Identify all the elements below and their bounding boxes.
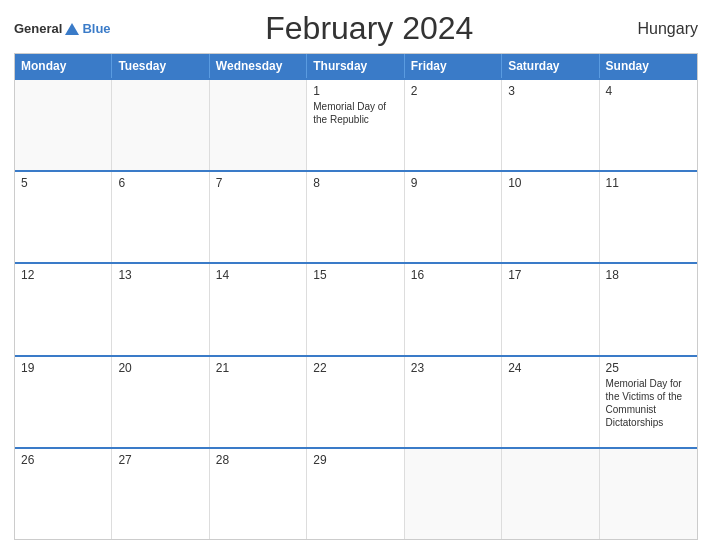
day-number: 2 bbox=[411, 84, 495, 98]
calendar-cell: 12 bbox=[15, 264, 112, 354]
day-number: 3 bbox=[508, 84, 592, 98]
calendar-cell: 27 bbox=[112, 449, 209, 539]
calendar-cell bbox=[600, 449, 697, 539]
day-number: 5 bbox=[21, 176, 105, 190]
header: General Blue February 2024 Hungary bbox=[14, 10, 698, 47]
day-number: 16 bbox=[411, 268, 495, 282]
country-label: Hungary bbox=[628, 20, 698, 38]
day-number: 18 bbox=[606, 268, 691, 282]
logo-blue: Blue bbox=[82, 21, 110, 36]
calendar-cell: 28 bbox=[210, 449, 307, 539]
calendar-cell: 23 bbox=[405, 357, 502, 447]
page-title: February 2024 bbox=[111, 10, 628, 47]
day-number: 14 bbox=[216, 268, 300, 282]
calendar-cell: 20 bbox=[112, 357, 209, 447]
calendar-cell bbox=[210, 80, 307, 170]
logo: General Blue bbox=[14, 21, 111, 36]
day-number: 12 bbox=[21, 268, 105, 282]
event-label: Memorial Day for the Victims of the Comm… bbox=[606, 378, 683, 428]
calendar-cell bbox=[405, 449, 502, 539]
weekday-header: Thursday bbox=[307, 54, 404, 78]
day-number: 27 bbox=[118, 453, 202, 467]
calendar-week: 567891011 bbox=[15, 170, 697, 262]
day-number: 22 bbox=[313, 361, 397, 375]
logo-triangle-icon bbox=[65, 23, 79, 35]
day-number: 15 bbox=[313, 268, 397, 282]
day-number: 4 bbox=[606, 84, 691, 98]
calendar-cell: 8 bbox=[307, 172, 404, 262]
day-number: 21 bbox=[216, 361, 300, 375]
calendar-cell: 22 bbox=[307, 357, 404, 447]
day-number: 7 bbox=[216, 176, 300, 190]
calendar-cell: 2 bbox=[405, 80, 502, 170]
calendar-cell bbox=[112, 80, 209, 170]
day-number: 28 bbox=[216, 453, 300, 467]
calendar-cell: 3 bbox=[502, 80, 599, 170]
calendar-cell: 6 bbox=[112, 172, 209, 262]
day-number: 19 bbox=[21, 361, 105, 375]
day-number: 1 bbox=[313, 84, 397, 98]
calendar-cell: 15 bbox=[307, 264, 404, 354]
day-number: 23 bbox=[411, 361, 495, 375]
calendar-cell: 14 bbox=[210, 264, 307, 354]
calendar-week: 12131415161718 bbox=[15, 262, 697, 354]
calendar-cell: 19 bbox=[15, 357, 112, 447]
calendar-cell: 18 bbox=[600, 264, 697, 354]
calendar-cell: 21 bbox=[210, 357, 307, 447]
calendar-cell: 24 bbox=[502, 357, 599, 447]
calendar-cell: 9 bbox=[405, 172, 502, 262]
calendar-header: MondayTuesdayWednesdayThursdayFridaySatu… bbox=[15, 54, 697, 78]
calendar-body: 1Memorial Day of the Republic23456789101… bbox=[15, 78, 697, 539]
day-number: 26 bbox=[21, 453, 105, 467]
calendar-cell: 29 bbox=[307, 449, 404, 539]
day-number: 8 bbox=[313, 176, 397, 190]
calendar: MondayTuesdayWednesdayThursdayFridaySatu… bbox=[14, 53, 698, 540]
calendar-cell: 16 bbox=[405, 264, 502, 354]
page: General Blue February 2024 Hungary Monda… bbox=[0, 0, 712, 550]
weekday-header: Monday bbox=[15, 54, 112, 78]
calendar-cell bbox=[502, 449, 599, 539]
weekday-header: Saturday bbox=[502, 54, 599, 78]
calendar-cell: 4 bbox=[600, 80, 697, 170]
day-number: 20 bbox=[118, 361, 202, 375]
calendar-cell: 11 bbox=[600, 172, 697, 262]
calendar-cell: 13 bbox=[112, 264, 209, 354]
weekday-header: Wednesday bbox=[210, 54, 307, 78]
weekday-header: Sunday bbox=[600, 54, 697, 78]
calendar-week: 26272829 bbox=[15, 447, 697, 539]
calendar-cell: 1Memorial Day of the Republic bbox=[307, 80, 404, 170]
calendar-cell: 25Memorial Day for the Victims of the Co… bbox=[600, 357, 697, 447]
day-number: 13 bbox=[118, 268, 202, 282]
calendar-cell: 7 bbox=[210, 172, 307, 262]
day-number: 11 bbox=[606, 176, 691, 190]
weekday-header: Tuesday bbox=[112, 54, 209, 78]
calendar-cell: 17 bbox=[502, 264, 599, 354]
calendar-week: 1Memorial Day of the Republic234 bbox=[15, 78, 697, 170]
calendar-cell bbox=[15, 80, 112, 170]
day-number: 10 bbox=[508, 176, 592, 190]
calendar-week: 19202122232425Memorial Day for the Victi… bbox=[15, 355, 697, 447]
calendar-cell: 26 bbox=[15, 449, 112, 539]
event-label: Memorial Day of the Republic bbox=[313, 101, 386, 125]
day-number: 6 bbox=[118, 176, 202, 190]
calendar-cell: 5 bbox=[15, 172, 112, 262]
weekday-header: Friday bbox=[405, 54, 502, 78]
calendar-cell: 10 bbox=[502, 172, 599, 262]
day-number: 24 bbox=[508, 361, 592, 375]
day-number: 29 bbox=[313, 453, 397, 467]
day-number: 9 bbox=[411, 176, 495, 190]
logo-general: General bbox=[14, 21, 62, 36]
day-number: 25 bbox=[606, 361, 691, 375]
day-number: 17 bbox=[508, 268, 592, 282]
